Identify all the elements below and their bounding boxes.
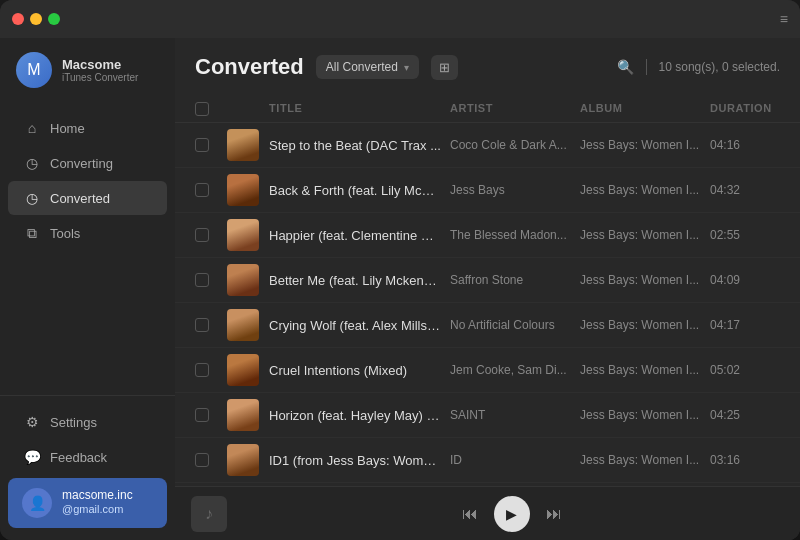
sidebar-item-feedback[interactable]: 💬 Feedback xyxy=(8,440,167,474)
cell-album-1: Jess Bays: Women I... xyxy=(580,183,710,197)
user-avatar: 👤 xyxy=(22,488,52,518)
brand-section: M Macsome iTunes Converter xyxy=(0,38,175,102)
brand-name: Macsome xyxy=(62,57,138,72)
table-header: TITLE ARTIST ALBUM DURATION xyxy=(175,96,800,123)
song-thumbnail-0 xyxy=(227,129,259,161)
cell-artist-7: ID xyxy=(450,453,580,467)
user-name: macsome.inc xyxy=(62,488,133,502)
col-thumb xyxy=(227,102,269,116)
user-info: macsome.inc @gmail.com xyxy=(62,488,133,517)
cell-title-4: Crying Wolf (feat. Alex Mills).... xyxy=(269,318,450,333)
prev-button[interactable]: ⏮ xyxy=(462,505,478,523)
row-checkbox-2[interactable] xyxy=(195,228,209,242)
brand-avatar: M xyxy=(16,52,52,88)
traffic-lights xyxy=(12,13,60,25)
cell-album-5: Jess Bays: Women I... xyxy=(580,363,710,377)
cell-album-7: Jess Bays: Women I... xyxy=(580,453,710,467)
cell-duration-6: 04:25 xyxy=(710,408,780,422)
cell-title-6: Horizon (feat. Hayley May) [.... xyxy=(269,408,450,423)
sidebar-nav: ⌂ Home ◷ Converting ◷ Converted ⧉ Tools xyxy=(0,102,175,395)
row-checkbox-5[interactable] xyxy=(195,363,209,377)
cell-duration-2: 02:55 xyxy=(710,228,780,242)
col-title: TITLE xyxy=(269,102,450,116)
table-row[interactable]: ID1 (from Jess Bays: Women.... ID Jess B… xyxy=(175,438,800,483)
maximize-button[interactable] xyxy=(48,13,60,25)
cell-album-2: Jess Bays: Women I... xyxy=(580,228,710,242)
sidebar-item-settings[interactable]: ⚙ Settings xyxy=(8,405,167,439)
filter-dropdown[interactable]: All Converted ▾ xyxy=(316,55,419,79)
filter-label: All Converted xyxy=(326,60,398,74)
minimize-button[interactable] xyxy=(30,13,42,25)
content-header: Converted All Converted ▾ ⊞ 🔍 10 song(s)… xyxy=(175,38,800,96)
sidebar-item-label: Converting xyxy=(50,156,113,171)
table-row[interactable]: Better Me (feat. Lily Mckenzi.... Saffro… xyxy=(175,258,800,303)
table-row[interactable]: Cruel Intentions (Mixed) Jem Cooke, Sam … xyxy=(175,348,800,393)
chevron-down-icon: ▾ xyxy=(404,62,409,73)
row-checkbox-6[interactable] xyxy=(195,408,209,422)
table-row[interactable]: Step to the Beat (DAC Trax ... Coco Cole… xyxy=(175,123,800,168)
play-button[interactable]: ▶ xyxy=(494,496,530,532)
table-row[interactable]: Crying Wolf (feat. Alex Mills).... No Ar… xyxy=(175,303,800,348)
cell-duration-0: 04:16 xyxy=(710,138,780,152)
converted-icon: ◷ xyxy=(24,190,40,206)
cell-duration-1: 04:32 xyxy=(710,183,780,197)
user-section[interactable]: 👤 macsome.inc @gmail.com xyxy=(8,478,167,528)
sidebar-item-label: Converted xyxy=(50,191,110,206)
search-icon[interactable]: 🔍 xyxy=(617,59,634,75)
row-checkbox-7[interactable] xyxy=(195,453,209,467)
row-check-cell xyxy=(195,183,227,197)
settings-icon: ⚙ xyxy=(24,414,40,430)
sidebar-item-tools[interactable]: ⧉ Tools xyxy=(8,216,167,251)
music-note-icon: ♪ xyxy=(205,505,213,523)
page-title: Converted xyxy=(195,54,304,80)
player-thumbnail: ♪ xyxy=(191,496,227,532)
next-button[interactable]: ⏭ xyxy=(546,505,562,523)
cell-title-1: Back & Forth (feat. Lily McK.... xyxy=(269,183,450,198)
menu-icon[interactable]: ≡ xyxy=(780,11,788,27)
sidebar-item-converted[interactable]: ◷ Converted xyxy=(8,181,167,215)
song-thumbnail-1 xyxy=(227,174,259,206)
sidebar-item-converting[interactable]: ◷ Converting xyxy=(8,146,167,180)
player-bar: ♪ ⏮ ▶ ⏭ xyxy=(175,486,800,540)
sidebar-item-home[interactable]: ⌂ Home xyxy=(8,111,167,145)
row-check-cell xyxy=(195,363,227,377)
row-check-cell xyxy=(195,228,227,242)
cell-duration-3: 04:09 xyxy=(710,273,780,287)
close-button[interactable] xyxy=(12,13,24,25)
cell-artist-2: The Blessed Madon... xyxy=(450,228,580,242)
brand-subtitle: iTunes Converter xyxy=(62,72,138,83)
grid-view-button[interactable]: ⊞ xyxy=(431,55,458,80)
table-row[interactable]: Back & Forth (feat. Lily McK.... Jess Ba… xyxy=(175,168,800,213)
song-thumbnail-4 xyxy=(227,309,259,341)
cell-artist-6: SAINT xyxy=(450,408,580,422)
cell-album-3: Jess Bays: Women I... xyxy=(580,273,710,287)
table-row[interactable]: Horizon (feat. Hayley May) [.... SAINT J… xyxy=(175,393,800,438)
cell-title-5: Cruel Intentions (Mixed) xyxy=(269,363,450,378)
table-row[interactable]: Happier (feat. Clementine D.... The Bles… xyxy=(175,213,800,258)
cell-album-4: Jess Bays: Women I... xyxy=(580,318,710,332)
cell-duration-7: 03:16 xyxy=(710,453,780,467)
row-checkbox-0[interactable] xyxy=(195,138,209,152)
row-checkbox-1[interactable] xyxy=(195,183,209,197)
header-checkbox[interactable] xyxy=(195,102,209,116)
cell-album-0: Jess Bays: Women I... xyxy=(580,138,710,152)
converting-icon: ◷ xyxy=(24,155,40,171)
cell-artist-1: Jess Bays xyxy=(450,183,580,197)
sidebar-item-label: Settings xyxy=(50,415,97,430)
col-duration: DURATION xyxy=(710,102,780,116)
col-artist: ARTIST xyxy=(450,102,580,116)
brand-text: Macsome iTunes Converter xyxy=(62,57,138,83)
cell-title-3: Better Me (feat. Lily Mckenzi.... xyxy=(269,273,450,288)
title-bar: ≡ xyxy=(0,0,800,38)
song-count: 10 song(s), 0 selected. xyxy=(659,60,780,74)
cell-title-0: Step to the Beat (DAC Trax ... xyxy=(269,138,450,153)
row-checkbox-3[interactable] xyxy=(195,273,209,287)
row-check-cell xyxy=(195,318,227,332)
cell-artist-4: No Artificial Colours xyxy=(450,318,580,332)
song-thumbnail-5 xyxy=(227,354,259,386)
cell-artist-3: Saffron Stone xyxy=(450,273,580,287)
row-checkbox-4[interactable] xyxy=(195,318,209,332)
cell-album-6: Jess Bays: Women I... xyxy=(580,408,710,422)
row-check-cell xyxy=(195,138,227,152)
player-controls: ⏮ ▶ ⏭ xyxy=(462,496,562,532)
